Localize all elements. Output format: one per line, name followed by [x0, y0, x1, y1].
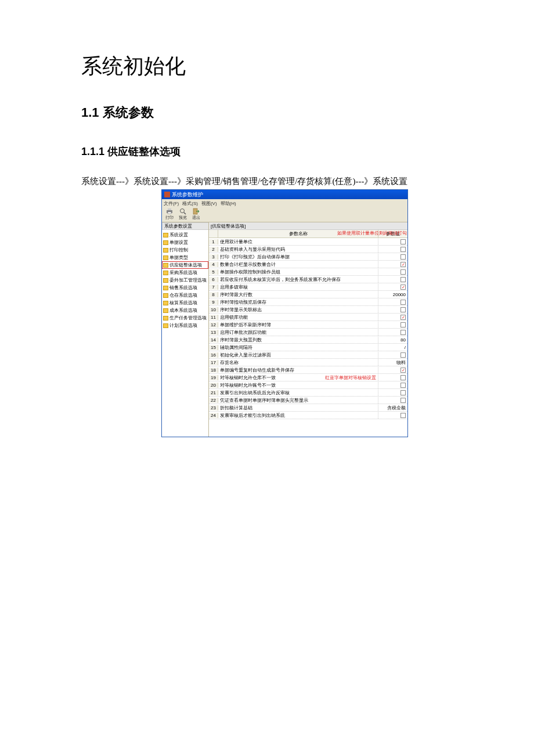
param-value[interactable]: [378, 300, 407, 305]
param-value[interactable]: [378, 390, 407, 395]
param-value[interactable]: ✓: [378, 285, 407, 290]
checkbox[interactable]: [400, 254, 406, 260]
param-value[interactable]: ✓: [378, 262, 407, 267]
breadcrumb: 系统设置---》系统设置---》采购管理/销售管理/仓存管理/存货核算(任意)-…: [23, 176, 511, 187]
param-value[interactable]: [378, 322, 407, 327]
param-value[interactable]: [378, 383, 407, 388]
checkbox[interactable]: [400, 390, 406, 395]
row-index: 11: [209, 315, 218, 320]
param-value[interactable]: [378, 398, 407, 403]
checkbox[interactable]: [400, 247, 406, 252]
grid-spacer: [209, 419, 407, 437]
checkbox[interactable]: [400, 352, 406, 358]
checkbox[interactable]: [400, 398, 406, 403]
param-row: 21发票引出到出纳系统后允许反审核: [209, 389, 407, 397]
param-row: 9序时簿指动预览后保存: [209, 298, 407, 306]
param-value[interactable]: 20000: [378, 292, 407, 297]
param-name: 序时簿指动预览后保存: [218, 299, 378, 305]
row-index: 16: [209, 352, 218, 358]
param-value[interactable]: 80: [378, 337, 407, 343]
tab-supply-chain[interactable]: [供应链整体选项]: [209, 222, 407, 230]
param-row: 23折扣额计算基础含税金额: [209, 404, 407, 412]
tree-label: 采购系统选项: [169, 269, 197, 276]
checkbox[interactable]: ✓: [400, 262, 406, 267]
param-name: 存货名称: [218, 359, 378, 366]
preview-button[interactable]: 预览: [178, 208, 188, 221]
tree-label: 打印控制: [169, 247, 188, 253]
tree-item-5[interactable]: 采购系统选项: [162, 269, 208, 276]
checkbox[interactable]: [400, 239, 406, 244]
param-value[interactable]: 含税金额: [378, 405, 407, 411]
param-value[interactable]: [378, 247, 407, 252]
tree-item-7[interactable]: 销售系统选项: [162, 284, 208, 291]
folder-icon: [163, 323, 168, 328]
tree-item-11[interactable]: 生产任务管理选项: [162, 314, 208, 322]
param-value[interactable]: [378, 239, 407, 244]
section-h3: 1.1.1 供应链整体选项: [23, 145, 511, 159]
tree-item-6[interactable]: 委外加工管理选项: [162, 276, 208, 284]
sidebar: 系统参数设置 系统设置单据设置打印控制单据类型供应链整体选项采购系统选项委外加工…: [162, 222, 208, 437]
exit-button[interactable]: 退出: [191, 208, 201, 221]
checkbox[interactable]: [400, 330, 406, 335]
checkbox[interactable]: [400, 375, 406, 380]
param-value[interactable]: [378, 277, 407, 282]
param-name: 单据操作权限控制到操作员组: [218, 269, 378, 275]
tree-item-0[interactable]: 系统设置: [162, 231, 208, 239]
annotation-row19: 红蓝字单据对等核销设置: [325, 375, 376, 381]
param-row: 4数量合计栏显示按数量合计✓: [209, 261, 407, 268]
toolbar: 打印 预览 退出: [162, 207, 407, 222]
param-value[interactable]: [378, 413, 407, 418]
folder-icon: [163, 293, 168, 298]
checkbox[interactable]: ✓: [400, 315, 406, 320]
checkbox[interactable]: [400, 277, 406, 282]
checkbox[interactable]: [400, 383, 406, 388]
param-value[interactable]: [378, 352, 407, 358]
checkbox[interactable]: [400, 300, 406, 305]
param-name: 启用订单批次跟踪功能: [218, 329, 378, 336]
param-value[interactable]: [378, 330, 407, 335]
param-name: 基础资料录入与显示采用短代码: [218, 246, 378, 253]
param-name: 序时簿最大预置列数: [218, 337, 378, 343]
folder-icon: [163, 316, 168, 321]
tree-item-8[interactable]: 仓存系统选项: [162, 291, 208, 299]
svg-point-3: [181, 209, 185, 213]
checkbox[interactable]: ✓: [400, 285, 406, 290]
param-row: 24发票审核后才能引出到出纳系统: [209, 412, 407, 419]
param-value[interactable]: /: [378, 345, 407, 350]
tree-item-4[interactable]: 供应链整体选项: [162, 261, 208, 269]
param-value[interactable]: ✓: [378, 368, 407, 373]
row-index: 20: [209, 383, 218, 388]
param-value[interactable]: ✓: [378, 315, 407, 320]
tree-item-9[interactable]: 核算系统选项: [162, 299, 208, 307]
window-title: 系统参数维护: [172, 191, 203, 199]
sidebar-header: 系统参数设置: [162, 222, 208, 230]
row-index: 24: [209, 413, 218, 418]
tree-item-10[interactable]: 成本系统选项: [162, 307, 208, 314]
param-value[interactable]: [378, 375, 407, 380]
param-name: 使用双计量单位: [218, 239, 378, 245]
tree-item-12[interactable]: 计划系统选项: [162, 322, 208, 329]
tree-item-3[interactable]: 单据类型: [162, 254, 208, 261]
preview-icon: [179, 208, 186, 215]
menu-help[interactable]: 帮助(H): [221, 200, 236, 207]
menu-view[interactable]: 视图(V): [201, 200, 217, 207]
row-index: 9: [209, 300, 218, 305]
param-value[interactable]: 物料: [378, 359, 407, 366]
menu-format[interactable]: 格式(S): [182, 200, 198, 207]
checkbox[interactable]: ✓: [400, 368, 406, 373]
param-value[interactable]: [378, 254, 407, 260]
checkbox[interactable]: [400, 307, 406, 312]
folder-icon: [163, 233, 168, 237]
param-name: 单据维护后不刷新序时簿: [218, 322, 378, 328]
param-value[interactable]: [378, 307, 407, 312]
checkbox[interactable]: [400, 413, 406, 418]
print-button[interactable]: 打印: [164, 208, 175, 221]
checkbox[interactable]: [400, 269, 406, 275]
param-value[interactable]: [378, 269, 407, 275]
menu-file[interactable]: 文件(F): [164, 200, 179, 207]
app-body: 系统参数设置 系统设置单据设置打印控制单据类型供应链整体选项采购系统选项委外加工…: [162, 222, 407, 437]
tree-item-2[interactable]: 打印控制: [162, 246, 208, 254]
checkbox[interactable]: [400, 322, 406, 327]
tree-label: 生产任务管理选项: [169, 315, 207, 321]
tree-item-1[interactable]: 单据设置: [162, 239, 208, 246]
